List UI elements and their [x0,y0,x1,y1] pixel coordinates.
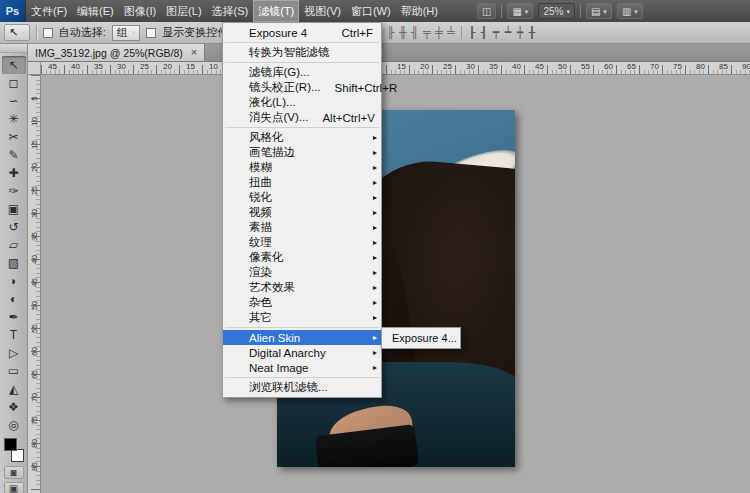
tool-icon: ✑ [8,185,18,197]
dodge-tool[interactable]: ◐ [2,290,26,308]
menu-item-artistic[interactable]: 艺术效果 ▸ [223,280,381,295]
view-extras-icon: ▦ [512,6,521,17]
clone-stamp-tool[interactable]: ▣ [2,200,26,218]
tool-icon: ❖ [8,401,19,413]
arrange-documents-button[interactable]: ▤▾ [586,3,612,19]
3d-rotate-tool[interactable]: ◭ [2,380,26,398]
menu-image[interactable]: 图像(I) [119,0,161,22]
lasso-tool[interactable]: ∽ [2,92,26,110]
document-tab-title: IMG_35192.jpg @ 25%(RGB/8) [35,47,183,59]
align-icon[interactable]: ╫ [398,25,408,40]
pen-tool[interactable]: ✒ [2,308,26,326]
menu-item-distort[interactable]: 扭曲 ▸ [223,175,381,190]
menu-layer[interactable]: 图层(L) [161,0,206,22]
document-tab[interactable]: IMG_35192.jpg @ 25%(RGB/8) × [28,44,205,61]
align-icon[interactable]: ╧ [446,25,456,40]
align-icon[interactable]: ╪ [434,25,444,40]
menu-window[interactable]: 窗口(W) [346,0,396,22]
main-menus: 文件(F)编辑(E)图像(I)图层(L)选择(S)滤镜(T)视图(V)窗口(W)… [26,0,443,22]
type-tool[interactable]: T [2,326,26,344]
launch-bridge-button[interactable]: ◫ [477,3,496,19]
menu-item-pixelate[interactable]: 像素化 ▸ [223,250,381,265]
ruler-number: 80 [689,62,712,71]
menu-item-shortcut: Shift+Ctrl+R [321,82,398,94]
menu-item-stylize[interactable]: 风格化 ▸ [223,130,381,145]
quick-mask-button[interactable]: ◙ [4,466,24,479]
menu-item-label: Exposure 4 [249,27,307,39]
show-transform-controls-checkbox[interactable] [146,28,156,38]
menu-item-lens-correction[interactable]: 镜头校正(R)... Shift+Ctrl+R ▸ [223,80,381,95]
canvas-area[interactable] [41,75,750,493]
tool-preset-picker[interactable]: ↖▾ [4,24,30,41]
distribute-icon[interactable]: ┿ [515,25,525,40]
photoshop-logo[interactable]: Ps [0,0,26,22]
distribute-icon[interactable]: ╂ [527,25,537,40]
submenu-arrow-icon: ▸ [373,164,377,172]
path-selection-tool[interactable]: ▷ [2,344,26,362]
chevron-down-icon: ▾ [132,29,136,36]
menu-item-browse-filters-online[interactable]: 浏览联机滤镜... ▸ [223,380,381,395]
align-icon[interactable]: ╤ [422,25,432,40]
blur-tool[interactable]: ◗ [2,272,26,290]
foreground-color-swatch[interactable] [4,438,17,451]
menu-item-video[interactable]: 视频 ▸ [223,205,381,220]
zoom-level-control[interactable]: 25%▾ [538,3,575,19]
panel-grip[interactable] [0,44,27,53]
menu-item-convert-smart-filters[interactable]: 转换为智能滤镜 ▸ [223,45,381,60]
screen-mode-menu-button[interactable]: ▥▾ [617,3,643,19]
distribute-icon[interactable]: ┠ [467,25,477,40]
menu-item-blur[interactable]: 模糊 ▸ [223,160,381,175]
menu-item-label: 转换为智能滤镜 [249,45,330,60]
zoom-tool[interactable]: ◎ [2,416,26,434]
hand-tool[interactable]: ❖ [2,398,26,416]
menu-item-alien-skin[interactable]: Alien Skin ▸ [223,330,381,345]
auto-select-checkbox[interactable] [43,28,53,38]
menu-view[interactable]: 视图(V) [299,0,346,22]
menu-item-filter-gallery[interactable]: 滤镜库(G)... ▸ [223,65,381,80]
menu-edit[interactable]: 编辑(E) [72,0,119,22]
menu-file[interactable]: 文件(F) [26,0,72,22]
menu-item-brush-strokes[interactable]: 画笔描边 ▸ [223,145,381,160]
auto-select-label: 自动选择: [59,25,106,40]
distribute-icon[interactable]: ┨ [479,25,489,40]
distribute-icon[interactable]: ┯ [491,25,501,40]
close-icon[interactable]: × [191,47,197,58]
menu-item-texture[interactable]: 纹理 ▸ [223,235,381,250]
menu-item-label: 杂色 [249,295,272,310]
spot-healing-brush-tool[interactable]: ✚ [2,164,26,182]
vertical-ruler[interactable]: 510152025303540455055606570758085 [28,75,41,493]
quick-selection-tool[interactable]: ✳ [2,110,26,128]
align-icon[interactable]: ╢ [410,25,420,40]
menu-item-noise[interactable]: 杂色 ▸ [223,295,381,310]
submenu-item-exposure-4[interactable]: Exposure 4... [382,330,460,346]
menu-help[interactable]: 帮助(H) [396,0,443,22]
distribute-icon[interactable]: ┷ [503,25,513,40]
eraser-tool[interactable]: ▱ [2,236,26,254]
menu-item-exposure-4[interactable]: Exposure 4 Ctrl+F ▸ [223,25,381,40]
screen-mode-icon: ▣ [9,483,18,493]
brush-tool[interactable]: ✑ [2,182,26,200]
menu-filter[interactable]: 滤镜(T) [253,0,299,22]
menu-item-sharpen[interactable]: 锐化 ▸ [223,190,381,205]
menu-select[interactable]: 选择(S) [207,0,254,22]
menu-item-render[interactable]: 渲染 ▸ [223,265,381,280]
move-tool[interactable]: ↖ [2,56,26,74]
rectangular-marquee-tool[interactable]: ◻ [2,74,26,92]
rectangle-tool[interactable]: ▭ [2,362,26,380]
history-brush-tool[interactable]: ↺ [2,218,26,236]
menu-item-vanishing-point[interactable]: 消失点(V)... Alt+Ctrl+V ▸ [223,110,381,125]
gradient-tool[interactable]: ▧ [2,254,26,272]
auto-select-dropdown[interactable]: 组▾ [112,25,141,41]
screen-mode-button[interactable]: ▣ [4,482,24,493]
menu-item-other[interactable]: 其它 ▸ [223,310,381,325]
horizontal-ruler[interactable]: 4540353025201510 15202530354045505560657… [41,62,750,75]
menu-item-sketch[interactable]: 素描 ▸ [223,220,381,235]
menu-item-liquify[interactable]: 液化(L)... ▸ [223,95,381,110]
crop-tool[interactable]: ✂ [2,128,26,146]
view-extras-button[interactable]: ▦▾ [507,3,533,19]
menu-item-neat-image[interactable]: Neat Image ▸ [223,360,381,375]
eyedropper-tool[interactable]: ✎ [2,146,26,164]
align-icon[interactable]: ╟ [386,25,396,40]
ruler-number: 35 [28,231,41,243]
menu-item-digital-anarchy[interactable]: Digital Anarchy ▸ [223,345,381,360]
